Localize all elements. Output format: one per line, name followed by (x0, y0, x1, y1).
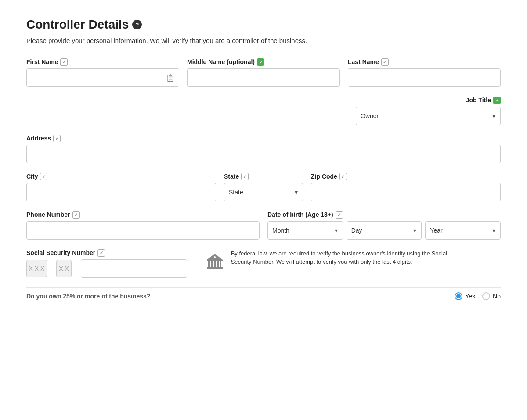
doc-icon: 📋 (166, 73, 175, 82)
city-state-zip-row: City ✓ State ✓ State ALAKAZAR CACOCTDE F… (26, 173, 501, 201)
zip-check-icon: ✓ (339, 173, 347, 180)
ssn-row: Social Security Number ✓ X X X - X X - (26, 249, 501, 278)
ownership-radio-group: Yes No (455, 292, 501, 300)
yes-radio-circle (455, 292, 462, 300)
name-row: First Name ✓ 📋 Middle Name (optional) ✓ … (26, 58, 501, 87)
address-label: Address ✓ (26, 135, 501, 142)
dob-selects: Month JanuaryFebruaryMarch AprilMayJune … (267, 221, 501, 240)
ssn-inputs: X X X - X X - (26, 259, 187, 278)
last-name-label: Last Name ✓ (348, 58, 501, 66)
year-select[interactable]: Year 20082007200620052004200320022001200… (425, 221, 501, 240)
dob-field: Date of birth (Age 18+) ✓ Month JanuaryF… (267, 211, 501, 240)
city-check-icon: ✓ (40, 173, 47, 180)
svg-rect-2 (211, 261, 213, 267)
no-radio-option[interactable]: No (482, 292, 501, 300)
ssn-dash1: - (50, 265, 54, 273)
ssn-check-icon: ✓ (97, 249, 105, 257)
ssn-last4-input[interactable] (81, 259, 187, 278)
ownership-question: Do you own 25% or more of the business? (26, 293, 150, 300)
state-select-wrapper: State ALAKAZAR CACOCTDE FLGAHIID ILINIAK… (224, 183, 303, 201)
first-name-input-wrapper: 📋 (26, 68, 179, 87)
city-input[interactable] (26, 183, 216, 201)
job-title-select[interactable]: Owner CEO CFO COO Director Other (356, 107, 501, 125)
first-name-field: First Name ✓ 📋 (26, 58, 179, 87)
dob-label: Date of birth (Age 18+) ✓ (267, 211, 501, 219)
first-name-check-icon: ✓ (60, 58, 68, 66)
phone-field: Phone Number ✓ (26, 211, 260, 240)
middle-name-label: Middle Name (optional) ✓ (187, 58, 340, 66)
last-name-field: Last Name ✓ (348, 58, 501, 87)
page-title-row: Controller Details ? (26, 18, 501, 32)
middle-name-field: Middle Name (optional) ✓ (187, 58, 340, 87)
subtitle: Please provide your personal information… (26, 36, 360, 46)
no-radio-circle (482, 292, 490, 300)
ssn-part1: X X X (26, 260, 47, 277)
state-select[interactable]: State ALAKAZAR CACOCTDE FLGAHIID ILINIAK… (224, 183, 303, 201)
state-check-icon: ✓ (241, 173, 249, 180)
ssn-label: Social Security Number ✓ (26, 249, 187, 257)
job-title-select-wrapper: Owner CEO CFO COO Director Other (356, 107, 501, 125)
day-select[interactable]: Day 1234 5678 9101112 13141516 17181920 … (347, 221, 422, 240)
phone-dob-row: Phone Number ✓ Date of birth (Age 18+) ✓… (26, 211, 501, 240)
ssn-info-text: By federal law, we are required to verif… (231, 249, 451, 266)
svg-rect-3 (214, 261, 216, 267)
address-input[interactable] (26, 145, 501, 163)
bank-icon (205, 251, 225, 275)
address-check-icon: ✓ (53, 135, 61, 142)
state-label: State ✓ (224, 173, 303, 180)
month-select[interactable]: Month JanuaryFebruaryMarch AprilMayJune … (267, 221, 343, 240)
last-name-check-icon: ✓ (381, 58, 389, 66)
yes-radio-option[interactable]: Yes (455, 292, 475, 300)
phone-label: Phone Number ✓ (26, 211, 260, 219)
job-title-label: Job Title ✓ (466, 97, 501, 104)
phone-input[interactable] (26, 221, 260, 240)
svg-rect-6 (207, 267, 223, 269)
no-radio-label: No (493, 293, 501, 300)
svg-rect-4 (217, 261, 219, 267)
middle-name-check-icon: ✓ (257, 58, 264, 66)
year-select-wrapper: Year 20082007200620052004200320022001200… (425, 221, 501, 240)
middle-name-input[interactable] (187, 68, 340, 87)
ssn-left: Social Security Number ✓ X X X - X X - (26, 249, 187, 278)
first-name-label: First Name ✓ (26, 58, 179, 66)
job-title-row: Job Title ✓ Owner CEO CFO COO Director O… (26, 97, 501, 125)
address-row: Address ✓ (26, 135, 501, 163)
ssn-dash2: - (74, 265, 78, 273)
yes-radio-label: Yes (465, 293, 475, 300)
last-name-input[interactable] (348, 68, 501, 87)
city-label: City ✓ (26, 173, 216, 180)
first-name-input[interactable] (26, 68, 179, 87)
dob-check-icon: ✓ (336, 211, 343, 219)
help-icon[interactable]: ? (132, 20, 142, 29)
form-container: Controller Details ? Please provide your… (26, 18, 501, 300)
zip-field: Zip Code ✓ (311, 173, 501, 201)
svg-rect-5 (220, 261, 221, 267)
day-select-wrapper: Day 1234 5678 9101112 13141516 17181920 … (347, 221, 422, 240)
zip-input[interactable] (311, 183, 501, 201)
job-title-check-icon: ✓ (493, 97, 501, 104)
page-title-text: Controller Details (26, 18, 129, 32)
ssn-info-box: By federal law, we are required to verif… (205, 249, 451, 275)
svg-point-8 (214, 256, 216, 258)
phone-check-icon: ✓ (72, 211, 80, 219)
month-select-wrapper: Month JanuaryFebruaryMarch AprilMayJune … (267, 221, 343, 240)
city-field: City ✓ (26, 173, 216, 201)
ssn-part2: X X (56, 260, 72, 277)
svg-rect-1 (208, 261, 210, 267)
state-field: State ✓ State ALAKAZAR CACOCTDE FLGAHIID… (224, 173, 303, 201)
ownership-row: Do you own 25% or more of the business? … (26, 287, 501, 300)
zip-label: Zip Code ✓ (311, 173, 501, 180)
svg-rect-0 (207, 260, 223, 261)
